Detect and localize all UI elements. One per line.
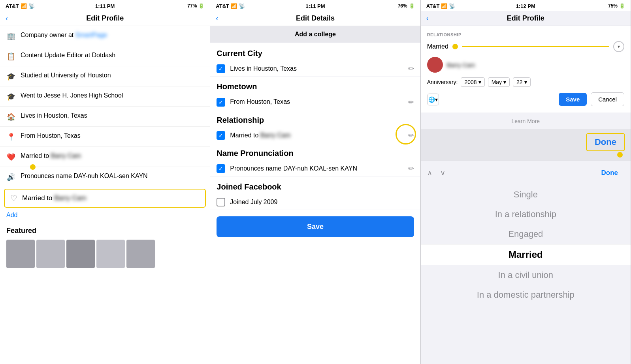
picker-in-relationship[interactable]: In a relationship — [421, 205, 631, 224]
year-value: 2008 — [464, 79, 477, 85]
relationship-status-row: Married ▾ — [427, 41, 624, 52]
partner-avatar — [427, 57, 443, 73]
picker-civil-union[interactable]: In a civil union — [421, 265, 631, 285]
month-dropdown[interactable]: May ▾ — [488, 77, 510, 87]
day-value: 22 — [516, 79, 523, 85]
relationship-item: ✓ Married to Bar​ry Cam ✏ — [210, 128, 420, 143]
edit-pronunciation-icon[interactable]: ✏ — [408, 164, 414, 173]
list-item-hometown: 📍 From Houston, Texas — [0, 127, 210, 147]
page-title-2: Edit Details — [296, 14, 335, 23]
pronunciation-text: Pronounces name DAY-nuh KOAL-sen KAYN — [21, 172, 148, 180]
list-item-highschool: 🎓 Went to Jesse H. Jones High School — [0, 86, 210, 107]
current-city-text: Lives in Houston, Texas — [21, 111, 87, 120]
relationship-actions: 🌐▾ Save Cancel — [427, 92, 624, 106]
featured-photo-1[interactable] — [6, 240, 35, 268]
current-city-item: ✓ Lives in Houston, Texas ✏ — [210, 61, 420, 77]
status-left-2: AT&T 📶 📡 — [216, 3, 245, 9]
status-right-1: 77% 🔋 — [187, 3, 204, 9]
edit-relationship-wrapper: ✏ — [408, 131, 414, 140]
checkbox-hometown[interactable]: ✓ — [217, 98, 225, 107]
back-button-3[interactable]: ‹ — [426, 14, 429, 23]
relationship-picker: Single In a relationship Engaged Married… — [421, 185, 631, 305]
pronunciation-item: ✓ Pronounces name DAY-nuh KOAL-sen KAYN … — [210, 161, 420, 176]
carrier-3: AT&T — [426, 3, 440, 9]
featured-photos — [0, 237, 210, 270]
edit-relationship-icon[interactable]: ✏ — [408, 131, 414, 140]
featured-photo-4[interactable] — [96, 240, 125, 268]
add-college-button[interactable]: Add a college — [210, 26, 420, 43]
highlight-heart-icon: ♡ — [10, 193, 17, 203]
checkbox-current-city[interactable]: ✓ — [217, 64, 225, 73]
save-relationship-button[interactable]: Save — [559, 93, 587, 106]
partner-name-3: Barry Cam — [447, 62, 475, 68]
edit-current-city-icon[interactable]: ✏ — [408, 64, 414, 73]
done-button[interactable]: Done — [595, 137, 616, 147]
heart-icon: ❤️ — [6, 152, 16, 162]
featured-photo-5[interactable] — [126, 240, 155, 268]
featured-photo-2[interactable] — [36, 240, 65, 268]
edit-hometown-icon[interactable]: ✏ — [408, 98, 414, 107]
battery-1: 77% — [187, 3, 197, 9]
current-city-detail: Lives in Houston, Texas — [230, 64, 403, 73]
partner-name-blurred-2: Barry Cam — [54, 194, 86, 202]
year-dropdown[interactable]: 2008 ▾ — [461, 77, 484, 87]
partner-name-blurred-1: Barry Cam — [51, 152, 81, 159]
signal-icon-3: 📶 — [441, 3, 447, 9]
checkbox-relationship[interactable]: ✓ — [217, 131, 225, 140]
university-icon: 🎓 — [6, 72, 16, 81]
battery-icon-3: 🔋 — [619, 3, 625, 9]
done-highlight-box: Done — [586, 133, 625, 151]
scroll-up-button[interactable]: ∧ — [427, 169, 432, 177]
nav-bar-1: ‹ Edit Profile — [0, 11, 210, 26]
picker-married[interactable]: Married — [421, 244, 631, 265]
pronunciation-detail: Pronounces name DAY-nuh KOAL-sen KAYN — [230, 164, 403, 173]
panel-2-edit-details: AT&T 📶 📡 1:11 PM 76% 🔋 ‹ Edit Details Ad… — [210, 0, 420, 364]
list-item-job: 📋 Content Update Editor at Dotdash — [0, 46, 210, 66]
company-text: Company owner at SmartPage — [21, 31, 107, 39]
joined-detail: Joined July 2009 — [230, 198, 414, 206]
back-button-1[interactable]: ‹ — [6, 14, 8, 23]
hometown-detail: From Houston, Texas — [230, 98, 403, 106]
relationship-dropdown[interactable]: ▾ — [613, 41, 624, 52]
job-text: Content Update Editor at Dotdash — [21, 51, 115, 60]
checkbox-pronunciation[interactable]: ✓ — [217, 164, 225, 173]
day-chevron: ▾ — [524, 79, 527, 85]
day-dropdown[interactable]: 22 ▾ — [513, 77, 531, 87]
section-pronunciation: Name Pronunciation — [210, 143, 420, 161]
featured-photo-3[interactable] — [66, 240, 95, 268]
scroll-down-button[interactable]: ∨ — [440, 169, 445, 177]
battery-icon-1: 🔋 — [198, 3, 204, 9]
cancel-relationship-button[interactable]: Cancel — [591, 92, 624, 106]
carrier-1: AT&T — [6, 3, 19, 9]
picker-single[interactable]: Single — [421, 185, 631, 205]
highschool-text: Went to Jesse H. Jones High School — [21, 91, 123, 100]
scroll-arrows-group: ∧ ∨ — [427, 169, 445, 177]
hometown-text: From Houston, Texas — [21, 131, 81, 140]
checkbox-joined[interactable] — [217, 198, 225, 206]
job-icon: 📋 — [6, 52, 16, 61]
picker-engaged[interactable]: Engaged — [421, 224, 631, 244]
annotation-dot-1 — [30, 164, 36, 170]
section-joined: Joined Facebook — [210, 177, 420, 195]
save-button-details[interactable]: Save — [217, 216, 414, 237]
add-link[interactable]: Add — [0, 209, 210, 221]
company-link: SmartPage — [75, 32, 107, 38]
status-right-2: 76% 🔋 — [398, 3, 415, 9]
rel-annotation-dot — [452, 44, 458, 49]
done-scroll-button[interactable]: Done — [595, 165, 624, 181]
anniversary-label: Anniversary: — [427, 79, 458, 85]
university-text: Studied at University of Houston — [21, 71, 111, 80]
section-current-city: Current City — [210, 43, 420, 61]
signal-icon-2: 📶 — [231, 3, 237, 9]
status-bar-3: AT&T 📶 📡 1:12 PM 75% 🔋 — [421, 0, 631, 11]
privacy-globe-button[interactable]: 🌐▾ — [427, 94, 439, 105]
back-button-2[interactable]: ‹ — [216, 14, 218, 23]
picker-domestic[interactable]: In a domestic partnership — [421, 285, 631, 305]
list-item-relationship: ❤️ Married to Barry Cam — [0, 147, 210, 167]
home-icon: 🏠 — [6, 112, 16, 122]
list-item-university: 🎓 Studied at University of Houston — [0, 66, 210, 86]
annotation-dot-3 — [617, 152, 623, 158]
nav-bar-3: ‹ Edit Profile — [421, 11, 631, 26]
section-hometown: Hometown — [210, 77, 420, 94]
year-chevron: ▾ — [478, 79, 481, 85]
